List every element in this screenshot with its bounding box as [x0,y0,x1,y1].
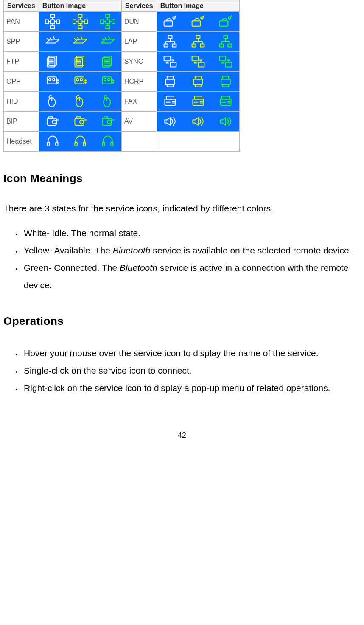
svg-point-46 [76,79,78,81]
table-row: SPP LAP [4,32,240,52]
hcrp-icon [162,73,178,90]
svg-point-70 [52,120,56,124]
icon-meanings-list: White- Idle. The normal state. Yellow- A… [3,225,361,294]
list-item-text: Yellow- Available. The [24,245,113,255]
dun-icon [218,14,234,30]
service-name-empty [121,132,157,152]
svg-rect-25 [192,44,196,47]
hcrp-icon [190,73,206,90]
svg-point-47 [80,79,82,81]
list-item: Green- Connected. The Bluetooth service … [22,259,361,294]
sync-icon [162,53,178,70]
svg-point-49 [104,79,106,81]
list-item-text: White- Idle. The normal state. [24,228,140,238]
bip-icon [45,113,61,130]
av-icon [218,113,234,130]
svg-rect-28 [220,44,224,47]
svg-rect-10 [106,20,110,24]
service-name: FTP [4,52,39,72]
service-image-cell [157,52,239,72]
svg-rect-2 [50,26,54,29]
svg-rect-1 [50,14,54,17]
svg-rect-40 [220,56,226,61]
svg-rect-29 [228,44,232,47]
operations-list: Hover your mouse over the service icon t… [3,345,361,397]
svg-rect-53 [167,84,173,87]
svg-rect-0 [50,20,54,24]
header-services-1: Services [4,0,39,12]
svg-rect-37 [170,62,176,67]
svg-rect-59 [223,84,229,87]
svg-rect-23 [173,44,176,47]
service-name: HID [4,92,39,112]
svg-rect-41 [226,62,232,67]
opp-icon [100,73,116,90]
table-row: PAN DUN [4,12,240,32]
service-image-cell [157,72,239,92]
header-image-1: Button Image [39,0,121,12]
dun-icon [190,14,206,30]
icon-meanings-heading: Icon Meanings [3,172,364,185]
service-image-cell [39,12,121,32]
service-image-cell [157,12,239,32]
service-image-empty [157,132,239,152]
svg-rect-21 [168,36,172,39]
svg-rect-26 [200,44,204,47]
service-image-cell [39,112,121,132]
svg-rect-3 [45,20,48,24]
svg-rect-17 [192,21,200,26]
service-name: AV [121,112,157,132]
svg-rect-24 [196,36,200,39]
svg-rect-68 [222,96,230,99]
list-item: White- Idle. The normal state. [22,225,361,242]
lap-icon [162,34,178,50]
fax-icon [218,93,234,110]
svg-rect-22 [164,44,168,47]
ftp-icon [45,53,61,70]
list-item: Hover your mouse over the service icon t… [22,345,361,362]
bluetooth-em: Bluetooth [113,245,151,255]
service-image-cell [157,92,239,112]
svg-rect-38 [192,56,198,61]
service-name: LAP [121,32,157,52]
svg-rect-7 [78,26,82,29]
services-icon-table: Services Button Image Services Button Im… [3,0,240,152]
icon-meanings-intro: There are 3 states for the service icons… [3,202,361,214]
pan-icon [100,14,116,30]
svg-rect-13 [101,20,104,24]
spp-icon [45,34,61,50]
service-name: HCRP [121,72,157,92]
service-image-cell [39,92,121,112]
svg-point-44 [53,79,55,81]
table-row: HID FAX [4,92,240,112]
lap-icon [190,34,206,50]
av-icon [162,113,178,130]
svg-rect-54 [193,79,203,85]
hid-icon [72,93,88,110]
svg-rect-11 [106,14,110,17]
table-row: BIP AV [4,112,240,132]
svg-rect-8 [73,20,76,24]
list-item: Single-click on the service icon to conn… [22,362,361,380]
service-name: SYNC [121,52,157,72]
bluetooth-em: Bluetooth [120,263,157,273]
service-image-cell [39,32,121,52]
svg-rect-74 [76,117,80,118]
service-image-cell [39,132,121,152]
ftp-icon [100,53,116,70]
list-item-text: service is available on the selected rem… [151,245,352,255]
operations-heading: Operations [3,315,364,328]
headset-icon [45,133,61,149]
pan-icon [72,14,88,30]
bip-icon [72,113,88,130]
svg-rect-15 [164,21,173,26]
svg-rect-39 [198,62,204,67]
svg-point-43 [49,79,51,81]
table-row: Headset [4,132,240,152]
service-image-cell [39,52,121,72]
svg-rect-5 [78,20,82,24]
svg-rect-57 [221,79,230,85]
svg-point-76 [107,120,111,124]
svg-point-50 [108,79,110,81]
service-image-cell [157,112,239,132]
